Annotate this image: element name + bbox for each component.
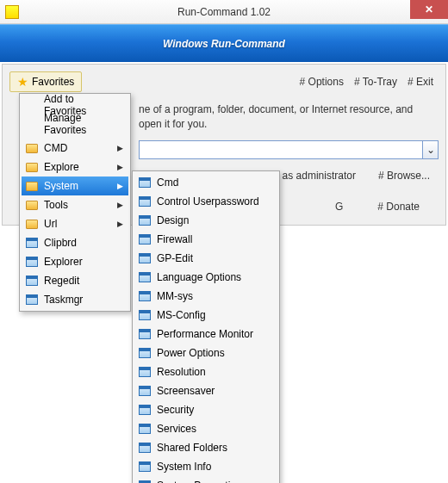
system-menu-item[interactable]: System Info <box>134 457 277 476</box>
menu-cmd[interactable]: CMD▶ <box>22 139 128 158</box>
system-menu-item[interactable]: Shared Folders <box>134 438 277 457</box>
app-icon <box>5 5 19 19</box>
favorites-menu: Add to Favorites Manage Favorites CMD▶ E… <box>19 93 131 312</box>
window-icon <box>25 255 39 269</box>
system-menu-item[interactable]: Security <box>134 400 277 419</box>
banner: Windows Run-Command <box>0 24 448 62</box>
chevron-right-icon: ▶ <box>117 144 123 152</box>
window-icon <box>138 195 152 208</box>
g-label: G <box>330 199 348 214</box>
star-icon: ★ <box>17 75 28 89</box>
system-menu-item[interactable]: Design <box>134 211 277 230</box>
system-menu-item[interactable]: Resolution <box>134 362 277 381</box>
description-text: ne of a program, folder, document, or In… <box>139 102 439 132</box>
menu-item-label: Cmd <box>157 176 178 189</box>
window-icon <box>138 460 152 474</box>
combo-dropdown-button[interactable]: ⌄ <box>423 140 439 159</box>
menu-explorer[interactable]: Explorer <box>22 252 128 271</box>
window-icon <box>138 327 152 341</box>
menu-item-label: Resolution <box>157 366 206 378</box>
window-icon <box>138 403 152 417</box>
menu-item-label: Control Userpassword <box>157 195 259 207</box>
window-icon <box>138 422 152 436</box>
window-icon <box>138 346 152 360</box>
system-menu-item[interactable]: GP-Edit <box>134 249 277 268</box>
chevron-right-icon: ▶ <box>117 163 123 171</box>
menu-system[interactable]: System▶ <box>22 176 128 195</box>
exit-link[interactable]: # Exit <box>402 74 439 90</box>
window-icon <box>138 308 152 322</box>
chevron-down-icon: ⌄ <box>426 144 435 156</box>
chevron-right-icon: ▶ <box>117 201 123 209</box>
banner-text: Windows Run-Command <box>163 38 285 50</box>
menu-item-label: MM-sys <box>157 290 193 302</box>
menu-manage-favorites[interactable]: Manage Favorites <box>22 115 128 133</box>
menu-item-label: System Info <box>157 461 211 473</box>
menu-tools[interactable]: Tools▶ <box>22 195 128 214</box>
system-menu-item[interactable]: Cmd <box>134 173 277 192</box>
system-menu-item[interactable]: Control Userpassword <box>134 192 277 211</box>
menu-item-label: Firewall <box>157 233 192 245</box>
folder-icon <box>25 217 39 231</box>
window-icon <box>138 441 152 455</box>
menu-explore[interactable]: Explore▶ <box>22 158 128 176</box>
menu-item-label: Language Options <box>157 271 241 283</box>
browse-link[interactable]: # Browse... <box>373 168 435 183</box>
system-menu-item[interactable]: MS-Config <box>134 306 277 325</box>
system-menu-item[interactable]: System Properties <box>134 476 277 483</box>
menu-taskmgr[interactable]: Taskmgr <box>22 290 128 309</box>
menu-item-label: MS-Config <box>157 309 206 321</box>
menu-item-label: GP-Edit <box>157 252 193 264</box>
window-icon <box>138 232 152 246</box>
window-icon <box>138 251 152 265</box>
favorites-label: Favorites <box>32 76 74 88</box>
menu-item-label: Power Options <box>157 347 225 359</box>
folder-icon <box>25 179 39 193</box>
window-icon <box>138 270 152 284</box>
menu-regedit[interactable]: Regedit <box>22 271 128 290</box>
menu-item-label: Performance Monitor <box>157 328 253 340</box>
system-menu-item[interactable]: Screensaver <box>134 381 277 400</box>
chevron-right-icon: ▶ <box>117 220 123 228</box>
to-tray-link[interactable]: # To-Tray <box>349 74 402 90</box>
menu-url[interactable]: Url▶ <box>22 214 128 233</box>
favorites-button[interactable]: ★ Favorites <box>9 71 82 92</box>
system-menu-item[interactable]: Language Options <box>134 268 277 287</box>
menu-item-label: Shared Folders <box>157 442 227 454</box>
system-submenu: CmdControl UserpasswordDesignFirewallGP-… <box>132 170 280 483</box>
system-menu-item[interactable]: Services <box>134 419 277 438</box>
system-menu-item[interactable]: Performance Monitor <box>134 325 277 344</box>
donate-link[interactable]: # Donate <box>372 199 425 214</box>
title-bar: Run-Command 1.02 ✕ <box>0 0 448 24</box>
window-icon <box>25 293 39 307</box>
command-combobox[interactable]: ⌄ <box>139 140 439 159</box>
options-link[interactable]: # Options <box>295 74 349 90</box>
menu-item-label: System Properties <box>157 480 241 483</box>
folder-icon <box>25 141 39 155</box>
folder-icon <box>25 160 39 174</box>
window-icon <box>138 384 152 398</box>
folder-icon <box>25 198 39 212</box>
menu-clipbrd[interactable]: Clipbrd <box>22 233 128 252</box>
close-icon: ✕ <box>425 3 433 15</box>
command-input[interactable] <box>139 140 423 159</box>
menu-item-label: Security <box>157 404 194 416</box>
window-icon <box>25 236 39 250</box>
chevron-right-icon: ▶ <box>117 182 123 190</box>
window-icon <box>138 289 152 303</box>
window-title: Run-Command 1.02 <box>177 6 271 18</box>
window-icon <box>138 365 152 379</box>
window-icon <box>138 214 152 227</box>
window-icon <box>138 479 152 483</box>
close-button[interactable]: ✕ <box>410 0 448 19</box>
system-menu-item[interactable]: Power Options <box>134 344 277 362</box>
menu-item-label: Design <box>157 214 189 226</box>
menu-item-label: Services <box>157 423 196 435</box>
window-icon <box>25 274 39 288</box>
system-menu-item[interactable]: Firewall <box>134 230 277 249</box>
window-icon <box>138 176 152 189</box>
system-menu-item[interactable]: MM-sys <box>134 287 277 306</box>
menu-item-label: Screensaver <box>157 385 215 397</box>
